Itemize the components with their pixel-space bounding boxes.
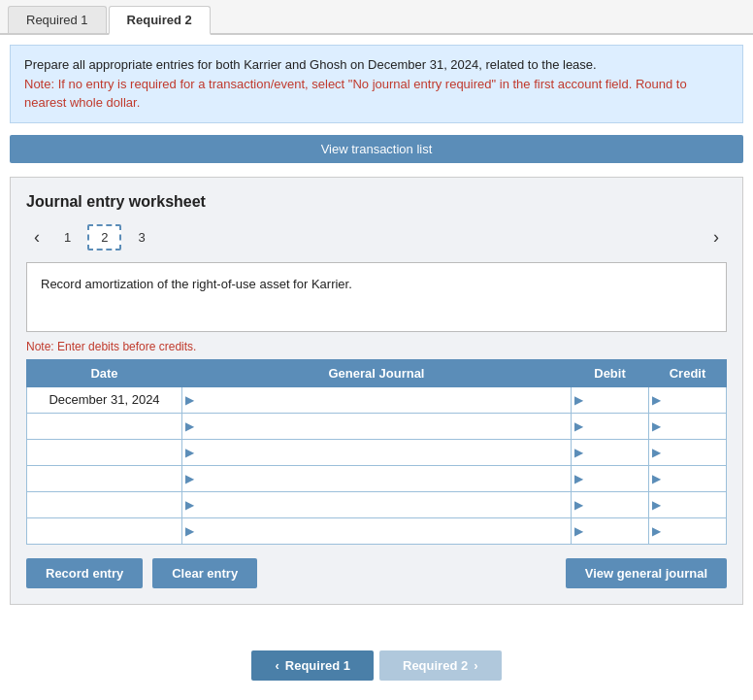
credit-arrow-0: ▶ bbox=[649, 393, 664, 407]
footer-required1-button[interactable]: ‹ Required 1 bbox=[251, 650, 374, 681]
debit-arrow-3: ▶ bbox=[572, 472, 586, 485]
info-note-text: Note: If no entry is required for a tran… bbox=[24, 77, 687, 111]
date-cell-3 bbox=[27, 465, 182, 491]
footer-prev-arrow: ‹ bbox=[275, 658, 278, 673]
prev-page-arrow[interactable]: ‹ bbox=[26, 225, 48, 250]
th-debit: Debit bbox=[572, 359, 649, 386]
journal-cell-5[interactable]: ▶ bbox=[182, 517, 572, 544]
debit-cell-0[interactable]: ▶ bbox=[572, 386, 649, 413]
credit-cell-4[interactable]: ▶ bbox=[649, 491, 727, 517]
debit-input-1[interactable] bbox=[586, 414, 648, 439]
th-journal: General Journal bbox=[182, 359, 572, 386]
journal-arrow-5: ▶ bbox=[182, 524, 197, 538]
tabs-bar: Required 1 Required 2 bbox=[0, 0, 753, 35]
tab-required1[interactable]: Required 1 bbox=[8, 6, 107, 33]
page-num-1[interactable]: 1 bbox=[51, 225, 83, 250]
footer-required2-label: Required 2 bbox=[403, 658, 468, 673]
credit-arrow-3: ▶ bbox=[649, 472, 664, 485]
date-cell-1 bbox=[27, 413, 182, 439]
credit-input-0[interactable] bbox=[664, 387, 726, 413]
table-row: ▶▶▶ bbox=[27, 517, 727, 544]
footer-required1-label: Required 1 bbox=[285, 658, 350, 673]
journal-cell-0[interactable]: ▶ bbox=[182, 386, 572, 413]
credit-input-2[interactable] bbox=[664, 440, 726, 465]
journal-arrow-2: ▶ bbox=[182, 446, 197, 459]
page-nav: ‹ 1 2 3 › bbox=[26, 224, 727, 250]
date-cell-5 bbox=[27, 517, 182, 544]
debit-cell-2[interactable]: ▶ bbox=[572, 439, 649, 465]
description-box: Record amortization of the right-of-use … bbox=[26, 262, 727, 332]
credit-arrow-2: ▶ bbox=[649, 446, 664, 459]
next-page-arrow[interactable]: › bbox=[705, 225, 727, 250]
footer-nav: ‹ Required 1 Required 2 › bbox=[0, 635, 753, 700]
journal-arrow-0: ▶ bbox=[182, 393, 197, 407]
journal-input-3[interactable] bbox=[197, 466, 571, 491]
credit-cell-3[interactable]: ▶ bbox=[649, 465, 727, 491]
credit-arrow-4: ▶ bbox=[649, 498, 664, 512]
th-credit: Credit bbox=[649, 359, 727, 386]
journal-input-4[interactable] bbox=[197, 492, 571, 517]
debit-cell-5[interactable]: ▶ bbox=[572, 517, 649, 544]
tab-required2[interactable]: Required 2 bbox=[109, 6, 211, 35]
credit-input-4[interactable] bbox=[664, 492, 726, 517]
info-main-text: Prepare all appropriate entries for both… bbox=[24, 57, 597, 72]
credit-input-1[interactable] bbox=[664, 414, 726, 439]
table-row: ▶▶▶ bbox=[27, 439, 727, 465]
journal-input-5[interactable] bbox=[197, 518, 571, 544]
date-cell-0: December 31, 2024 bbox=[27, 386, 182, 413]
debit-input-3[interactable] bbox=[586, 466, 648, 491]
footer-next-arrow: › bbox=[474, 658, 477, 673]
journal-cell-2[interactable]: ▶ bbox=[182, 439, 572, 465]
debit-arrow-0: ▶ bbox=[572, 393, 586, 407]
footer-required2-button: Required 2 › bbox=[379, 650, 502, 681]
journal-cell-1[interactable]: ▶ bbox=[182, 413, 572, 439]
journal-arrow-3: ▶ bbox=[182, 472, 197, 485]
debit-input-4[interactable] bbox=[586, 492, 648, 517]
credit-cell-1[interactable]: ▶ bbox=[649, 413, 727, 439]
debit-input-2[interactable] bbox=[586, 440, 648, 465]
th-date: Date bbox=[27, 359, 182, 386]
journal-arrow-4: ▶ bbox=[182, 498, 197, 512]
debit-arrow-2: ▶ bbox=[572, 446, 586, 459]
table-row: ▶▶▶ bbox=[27, 413, 727, 439]
debit-arrow-1: ▶ bbox=[572, 419, 586, 433]
debit-cell-1[interactable]: ▶ bbox=[572, 413, 649, 439]
journal-arrow-1: ▶ bbox=[182, 419, 197, 433]
page-num-3[interactable]: 3 bbox=[125, 225, 157, 250]
table-row: ▶▶▶ bbox=[27, 491, 727, 517]
table-row: December 31, 2024▶▶▶ bbox=[27, 386, 727, 413]
credit-arrow-1: ▶ bbox=[649, 419, 664, 433]
journal-cell-3[interactable]: ▶ bbox=[182, 465, 572, 491]
debit-cell-3[interactable]: ▶ bbox=[572, 465, 649, 491]
debit-input-0[interactable] bbox=[586, 387, 648, 413]
view-transaction-list-button[interactable]: View transaction list bbox=[10, 135, 743, 163]
credit-input-5[interactable] bbox=[664, 518, 726, 544]
credit-arrow-5: ▶ bbox=[649, 524, 664, 538]
credit-input-3[interactable] bbox=[664, 466, 726, 491]
record-entry-button[interactable]: Record entry bbox=[26, 558, 143, 588]
journal-input-0[interactable] bbox=[197, 387, 571, 413]
worksheet-title: Journal entry worksheet bbox=[26, 193, 727, 211]
debit-arrow-5: ▶ bbox=[572, 524, 586, 538]
debit-cell-4[interactable]: ▶ bbox=[572, 491, 649, 517]
journal-table: Date General Journal Debit Credit Decemb… bbox=[26, 359, 727, 545]
credit-cell-0[interactable]: ▶ bbox=[649, 386, 727, 413]
clear-entry-button[interactable]: Clear entry bbox=[152, 558, 257, 588]
note-debits: Note: Enter debits before credits. bbox=[26, 340, 727, 353]
description-text: Record amortization of the right-of-use … bbox=[41, 277, 352, 291]
debit-input-5[interactable] bbox=[586, 518, 648, 544]
info-box: Prepare all appropriate entries for both… bbox=[10, 45, 743, 123]
journal-cell-4[interactable]: ▶ bbox=[182, 491, 572, 517]
credit-cell-5[interactable]: ▶ bbox=[649, 517, 727, 544]
date-cell-4 bbox=[27, 491, 182, 517]
debit-arrow-4: ▶ bbox=[572, 498, 586, 512]
page-num-2[interactable]: 2 bbox=[87, 224, 121, 250]
worksheet-container: Journal entry worksheet ‹ 1 2 3 › Record… bbox=[10, 177, 743, 605]
table-row: ▶▶▶ bbox=[27, 465, 727, 491]
journal-input-2[interactable] bbox=[197, 440, 571, 465]
journal-input-1[interactable] bbox=[197, 414, 571, 439]
date-cell-2 bbox=[27, 439, 182, 465]
credit-cell-2[interactable]: ▶ bbox=[649, 439, 727, 465]
bottom-buttons: Record entry Clear entry View general jo… bbox=[26, 558, 727, 588]
view-general-journal-button[interactable]: View general journal bbox=[566, 558, 727, 588]
